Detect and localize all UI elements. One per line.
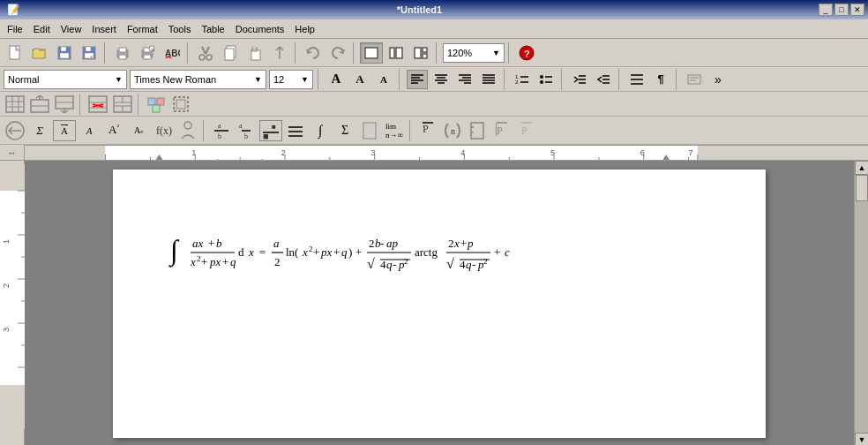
sum-button[interactable]: Σ	[333, 120, 356, 141]
svg-text:+: +	[460, 237, 467, 250]
sup-sub-button[interactable]: ■■	[259, 120, 282, 141]
font-dropdown[interactable]: Times New Roman ▼	[130, 70, 266, 89]
formula-bracket1[interactable]: n	[441, 120, 464, 141]
new-button[interactable]	[4, 42, 26, 64]
spellcheck-button[interactable]: ABC	[161, 42, 183, 64]
formula-svg: ∫ ax + b x 2 + px + q	[166, 222, 642, 284]
align-eq-button[interactable]	[284, 120, 307, 141]
scroll-thumb[interactable]	[856, 175, 868, 201]
row-below-button[interactable]	[53, 94, 76, 115]
formula-text-normal[interactable]: A	[53, 120, 76, 141]
align-center-button[interactable]	[430, 70, 452, 89]
paste-button[interactable]	[243, 42, 266, 64]
indent-less-button[interactable]	[593, 70, 614, 89]
print-preview-button[interactable]	[136, 42, 159, 64]
num-list-button[interactable]: 1.2.	[512, 70, 533, 89]
style-list-button[interactable]	[684, 70, 705, 89]
sep-fmt4	[561, 69, 565, 90]
view-normal-button[interactable]	[360, 42, 383, 64]
formula-text-bigger[interactable]: A²	[102, 120, 125, 141]
bullet-list-button[interactable]	[535, 70, 557, 89]
maximize-button[interactable]: □	[834, 4, 849, 16]
svg-rect-31	[423, 54, 427, 58]
formula-bracket2[interactable]	[466, 120, 489, 141]
formula-text-italic[interactable]: A	[78, 120, 101, 141]
cut-button[interactable]	[194, 42, 217, 64]
formula-symbol-button[interactable]: Σ	[28, 120, 51, 141]
svg-text:d: d	[238, 245, 244, 259]
open-button[interactable]	[28, 42, 51, 64]
svg-rect-90	[157, 98, 164, 105]
redo-button[interactable]	[326, 42, 349, 64]
formula-text-small[interactable]: A ₐ	[127, 120, 150, 141]
style-dropdown[interactable]: Normal ▼	[4, 70, 127, 89]
svg-text:q: q	[341, 245, 348, 259]
frac2-button[interactable]: ab	[235, 120, 258, 141]
save-button[interactable]	[53, 42, 76, 64]
help-button[interactable]: ?	[515, 42, 538, 64]
close-button[interactable]: ✕	[850, 4, 864, 16]
frac-button[interactable]: ab	[210, 120, 233, 141]
menu-documents[interactable]: Documents	[230, 22, 290, 36]
font-large-button[interactable]: A	[326, 70, 347, 89]
menu-table[interactable]: Table	[196, 22, 229, 36]
formula-decoration1[interactable]: P	[416, 120, 439, 141]
svg-text:q: q	[230, 255, 236, 268]
style-value: Normal	[8, 74, 39, 85]
copy-button[interactable]	[219, 42, 242, 64]
clone-button[interactable]	[268, 42, 291, 64]
formula-decoration3[interactable]: P	[515, 120, 538, 141]
saveas-button[interactable]: +	[78, 42, 101, 64]
svg-text:P: P	[521, 124, 528, 137]
frame-button[interactable]	[169, 94, 192, 115]
menu-insert[interactable]: Insert	[86, 22, 122, 36]
document-area[interactable]: ∫ ax + b x 2 + px + q	[25, 161, 854, 445]
style-dropdown-arrow: ▼	[115, 75, 123, 84]
merge-cells-button[interactable]	[111, 94, 134, 115]
scroll-down-button[interactable]: ▼	[855, 433, 868, 445]
svg-text:+: +	[208, 237, 214, 250]
print-button[interactable]	[111, 42, 134, 64]
font-small-button[interactable]: A	[373, 70, 394, 89]
align-right-button[interactable]	[454, 70, 475, 89]
zoom-control[interactable]: 120% ▼	[443, 43, 505, 63]
menu-format[interactable]: Format	[122, 22, 163, 36]
paragraph-button[interactable]: ¶	[650, 70, 671, 89]
delete-row-button[interactable]	[86, 94, 109, 115]
matrix-button[interactable]	[358, 120, 381, 141]
undo-button[interactable]	[302, 42, 325, 64]
size-dropdown[interactable]: 12 ▼	[269, 70, 313, 89]
svg-text:√: √	[446, 256, 454, 271]
justify-button[interactable]	[478, 70, 499, 89]
menu-file[interactable]: File	[2, 22, 28, 36]
align-left-button[interactable]	[407, 70, 428, 89]
menu-view[interactable]: View	[56, 22, 87, 36]
formula-func-button[interactable]: f(x)	[152, 120, 175, 141]
row-above-button[interactable]	[28, 94, 51, 115]
view-outline-button[interactable]	[385, 42, 408, 64]
scroll-up-button[interactable]: ▲	[855, 161, 868, 175]
formula-back-button[interactable]	[4, 120, 26, 141]
menu-edit[interactable]: Edit	[28, 22, 56, 36]
formula-person-button[interactable]	[176, 120, 199, 141]
minimize-button[interactable]: _	[819, 4, 833, 16]
integral-button[interactable]: ∫	[309, 120, 332, 141]
table-button[interactable]	[4, 94, 26, 115]
more-button[interactable]: »	[707, 70, 729, 89]
object-button[interactable]	[145, 94, 168, 115]
svg-text:1: 1	[191, 148, 196, 157]
font-medium-button[interactable]: A	[349, 70, 370, 89]
line-spacing-button[interactable]	[626, 70, 647, 89]
indent-more-button[interactable]	[569, 70, 590, 89]
formula-decoration2[interactable]: P	[490, 120, 513, 141]
svg-rect-158	[0, 385, 25, 429]
scroll-track[interactable]	[855, 175, 868, 433]
menu-help[interactable]: Help	[289, 22, 320, 36]
svg-point-54	[540, 75, 543, 79]
document-page[interactable]: ∫ ax + b x 2 + px + q	[113, 170, 766, 438]
limit-button[interactable]: limn→∞	[383, 120, 406, 141]
view-web-button[interactable]	[409, 42, 432, 64]
sep-t3-2	[138, 94, 141, 115]
menu-tools[interactable]: Tools	[163, 22, 197, 36]
zoom-dropdown-arrow[interactable]: ▼	[492, 49, 500, 57]
